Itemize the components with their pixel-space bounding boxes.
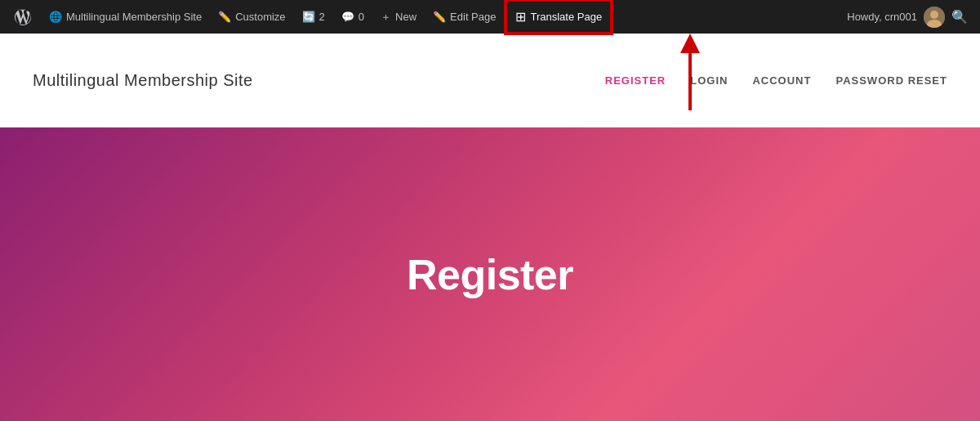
edit-icon: ✏️ bbox=[433, 11, 446, 23]
admin-bar-comments[interactable]: 💬 0 bbox=[335, 0, 371, 34]
translate-icon: ⊞ bbox=[515, 9, 526, 25]
nav-item-password-reset[interactable]: PASSWORD RESET bbox=[835, 74, 947, 87]
site-icon: 🌐 bbox=[49, 11, 62, 23]
admin-bar-right: Howdy, crn001 🔍 bbox=[840, 0, 973, 34]
customize-icon: ✏️ bbox=[218, 11, 231, 23]
comments-icon: 💬 bbox=[341, 11, 354, 23]
admin-bar-edit-page[interactable]: ✏️ Edit Page bbox=[426, 0, 502, 34]
admin-search-button[interactable]: 🔍 bbox=[945, 0, 973, 34]
admin-bar-updates[interactable]: 🔄 2 bbox=[296, 0, 332, 34]
updates-count: 2 bbox=[319, 11, 325, 23]
admin-bar-customize[interactable]: ✏️ Customize bbox=[212, 0, 292, 34]
new-icon: ＋ bbox=[381, 10, 391, 25]
search-icon: 🔍 bbox=[951, 9, 968, 25]
wordpress-logo[interactable] bbox=[7, 0, 39, 34]
edit-page-label: Edit Page bbox=[450, 11, 496, 23]
hero-title: Register bbox=[407, 250, 573, 299]
site-header: Multilingual Membership Site REGISTER LO… bbox=[0, 34, 980, 128]
site-navigation: REGISTER LOGIN ACCOUNT PASSWORD RESET bbox=[605, 74, 947, 87]
new-label: New bbox=[395, 11, 416, 23]
nav-item-login[interactable]: LOGIN bbox=[690, 74, 728, 87]
nav-item-account[interactable]: ACCOUNT bbox=[752, 74, 811, 87]
hero-section: Register bbox=[0, 128, 980, 421]
admin-bar: 🌐 Multilingual Membership Site ✏️ Custom… bbox=[0, 0, 980, 34]
nav-item-register[interactable]: REGISTER bbox=[605, 74, 666, 87]
admin-bar-translate-page[interactable]: ⊞ Translate Page bbox=[506, 0, 612, 34]
user-avatar[interactable] bbox=[924, 7, 945, 28]
comments-count: 0 bbox=[359, 11, 364, 23]
admin-bar-new[interactable]: ＋ New bbox=[374, 0, 423, 34]
site-title: Multilingual Membership Site bbox=[33, 71, 253, 90]
updates-icon: 🔄 bbox=[302, 11, 315, 23]
admin-bar-site-name[interactable]: 🌐 Multilingual Membership Site bbox=[42, 0, 208, 34]
howdy-text: Howdy, crn001 bbox=[840, 11, 924, 23]
site-name-label: Multilingual Membership Site bbox=[66, 11, 202, 23]
customize-label: Customize bbox=[235, 11, 285, 23]
svg-point-1 bbox=[930, 11, 938, 19]
translate-page-label: Translate Page bbox=[530, 11, 602, 23]
